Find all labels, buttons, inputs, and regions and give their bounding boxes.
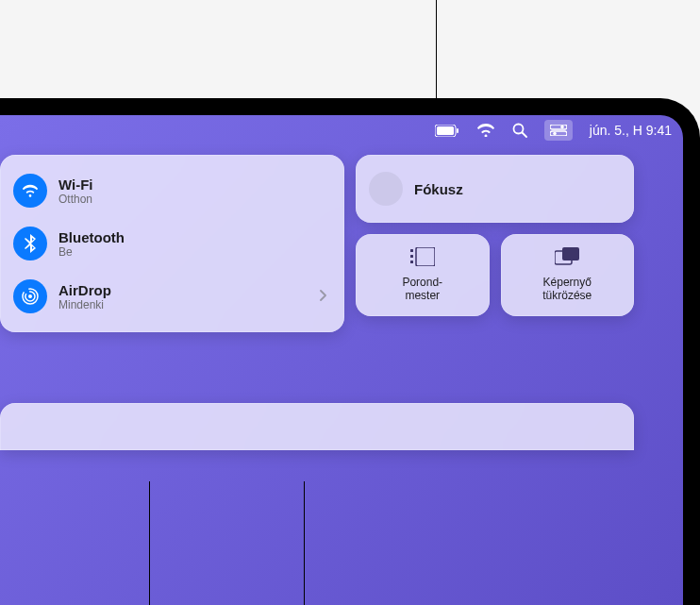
menubar: jún. 5., H 9:41 bbox=[0, 115, 683, 145]
screen: jún. 5., H 9:41 Wi-Fi Otthon bbox=[0, 115, 683, 605]
search-icon[interactable] bbox=[512, 120, 527, 141]
wifi-row[interactable]: Wi-Fi Otthon bbox=[13, 164, 331, 217]
device-frame: jún. 5., H 9:41 Wi-Fi Otthon bbox=[0, 98, 700, 605]
screen-mirroring-button[interactable]: Képernyő tükrözése bbox=[501, 234, 635, 316]
bluetooth-toggle-icon[interactable] bbox=[13, 227, 47, 260]
focus-panel[interactable]: Fókusz bbox=[356, 155, 634, 223]
svg-rect-15 bbox=[416, 247, 435, 266]
connectivity-panel: Wi-Fi Otthon Bluetooth Be bbox=[0, 155, 344, 332]
screen-mirroring-label: Képernyő tükrözése bbox=[542, 276, 592, 303]
stage-manager-icon bbox=[410, 247, 435, 270]
svg-rect-12 bbox=[410, 249, 413, 252]
callout-line-top bbox=[436, 0, 437, 98]
menubar-date-time[interactable]: jún. 5., H 9:41 bbox=[590, 123, 672, 138]
bluetooth-status: Be bbox=[58, 245, 331, 259]
svg-rect-7 bbox=[550, 131, 567, 136]
svg-rect-2 bbox=[457, 128, 458, 133]
airdrop-toggle-icon[interactable] bbox=[13, 279, 47, 313]
callout-line-bottom-right bbox=[304, 481, 305, 605]
wifi-toggle-icon[interactable] bbox=[13, 174, 47, 208]
lower-panel-strip bbox=[0, 403, 634, 450]
screen-mirroring-icon bbox=[555, 247, 579, 270]
stage-manager-button[interactable]: Porond- mester bbox=[356, 234, 490, 316]
moon-icon bbox=[369, 172, 403, 206]
svg-point-9 bbox=[28, 294, 32, 298]
airdrop-row[interactable]: AirDrop Mindenki bbox=[13, 270, 331, 323]
battery-icon[interactable] bbox=[435, 120, 459, 141]
svg-rect-1 bbox=[437, 126, 454, 135]
bluetooth-row[interactable]: Bluetooth Be bbox=[13, 217, 331, 270]
svg-rect-14 bbox=[410, 260, 413, 263]
svg-rect-13 bbox=[410, 255, 413, 258]
callout-line-bottom-left bbox=[149, 481, 150, 605]
svg-point-6 bbox=[560, 126, 564, 129]
svg-rect-17 bbox=[562, 247, 579, 260]
bluetooth-title: Bluetooth bbox=[58, 229, 331, 245]
airdrop-status: Mindenki bbox=[58, 298, 308, 311]
stage-manager-label: Porond- mester bbox=[402, 276, 442, 303]
focus-label: Fókusz bbox=[414, 181, 463, 197]
control-center-panel: Wi-Fi Otthon Bluetooth Be bbox=[0, 155, 642, 332]
svg-point-8 bbox=[553, 132, 557, 136]
wifi-title: Wi-Fi bbox=[58, 176, 331, 193]
wifi-status: Otthon bbox=[58, 193, 331, 206]
svg-line-4 bbox=[522, 133, 526, 138]
wifi-icon[interactable] bbox=[476, 120, 495, 141]
svg-rect-5 bbox=[550, 125, 567, 129]
chevron-right-icon[interactable] bbox=[320, 289, 331, 304]
airdrop-title: AirDrop bbox=[58, 282, 308, 298]
control-center-icon[interactable] bbox=[544, 120, 573, 141]
